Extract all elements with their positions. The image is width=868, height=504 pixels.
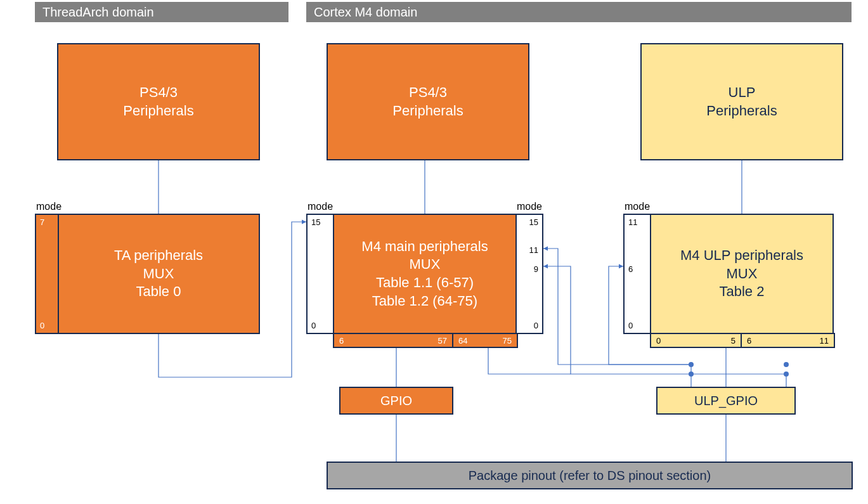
ulp-periph-line2: Peripherals (706, 102, 777, 120)
mode-label: mode (36, 201, 62, 212)
m4-mode-left-bottom: 0 (311, 321, 316, 330)
m4-range-a: 6 57 (333, 333, 453, 348)
ta-mode-bottom: 0 (40, 321, 44, 330)
ulp-range-a: 0 5 (650, 333, 742, 348)
ta-mux-block: TA peripherals MUX Table 0 (57, 214, 260, 334)
m4-range-a2: 57 (438, 336, 447, 346)
svg-point-10 (784, 362, 789, 367)
m4-mode-right-b: 11 (529, 245, 538, 255)
m4-mux-line1: M4 main peripherals (361, 238, 488, 256)
ta-mode-col: mode 7 0 (35, 214, 59, 334)
ulp-peripherals-block: ULP Peripherals (640, 43, 843, 160)
m4-ps43-peripherals-block: PS4/3 Peripherals (327, 43, 529, 160)
m4-range-b: 64 75 (453, 333, 518, 348)
ulp-periph-line1: ULP (729, 84, 756, 102)
ulp-mux-line3: Table 2 (720, 283, 765, 301)
m4-mux-line2: MUX (410, 255, 441, 274)
m4-mux-line4: Table 1.2 (64-75) (372, 292, 477, 311)
ulp-mux-line1: M4 ULP peripherals (680, 247, 803, 265)
m4-mux-line3: Table 1.1 (6-57) (376, 274, 474, 292)
ulp-gpio-label: ULP_GPIO (694, 392, 758, 409)
package-pinout-label: Package pinout (refer to DS pinout secti… (469, 467, 711, 484)
m4-mode-right-c: 9 (534, 264, 538, 274)
ta-mux-line1: TA peripherals (114, 247, 203, 265)
ulp-mode-bottom: 0 (628, 321, 633, 330)
ulp-range-b2: 11 (820, 336, 829, 346)
m4-mode-col-left: mode 15 0 (306, 214, 334, 334)
m4-mode-left-top: 15 (311, 217, 320, 227)
ulp-range-row: 0 5 6 11 (650, 333, 835, 348)
m4-range-b1: 64 (458, 336, 467, 346)
ulp-range-b1: 6 (747, 336, 751, 346)
m4-ps43-line1: PS4/3 (409, 84, 447, 102)
ulp-range-a2: 5 (731, 336, 735, 346)
m4-mode-col-right: mode 15 11 9 0 (515, 214, 543, 334)
gpio-block: GPIO (339, 387, 453, 415)
m4-range-b2: 75 (503, 336, 512, 346)
ta-mux-line2: MUX (143, 265, 174, 283)
package-pinout-block: Package pinout (refer to DS pinout secti… (327, 462, 853, 489)
ulp-range-b: 6 11 (742, 333, 835, 348)
ta-ps43-peripherals-block: PS4/3 Peripherals (57, 43, 260, 160)
ulp-gpio-block: ULP_GPIO (656, 387, 796, 415)
m4-range-row: 6 57 64 75 (333, 333, 518, 348)
gpio-label: GPIO (380, 392, 412, 409)
mode-label: mode (517, 201, 542, 212)
mode-label: mode (308, 201, 333, 212)
ulp-mode-top: 11 (628, 217, 637, 227)
ulp-mux-block: M4 ULP peripherals MUX Table 2 (650, 214, 834, 334)
m4-mode-right-bottom: 0 (534, 321, 538, 330)
cortexm4-domain-header: Cortex M4 domain (306, 2, 852, 22)
ulp-mux-line2: MUX (727, 265, 758, 283)
ta-ps43-line1: PS4/3 (139, 84, 178, 102)
m4-mode-right-a: 15 (529, 217, 538, 227)
m4-ps43-line2: Peripherals (392, 102, 463, 120)
ulp-mode-col-left: mode 11 6 0 (623, 214, 651, 334)
ta-mode-top: 7 (40, 217, 44, 227)
svg-point-7 (689, 362, 694, 367)
threadarch-domain-header: ThreadArch domain (35, 2, 288, 22)
ta-mux-line3: Table 0 (136, 283, 181, 301)
ta-ps43-line2: Peripherals (123, 102, 193, 120)
mode-label: mode (625, 201, 650, 212)
ulp-mode-mid: 6 (628, 264, 633, 274)
svg-point-9 (689, 372, 694, 377)
svg-point-8 (784, 372, 789, 377)
m4-range-a1: 6 (339, 336, 344, 346)
m4-main-mux-block: M4 main peripherals MUX Table 1.1 (6-57)… (333, 214, 517, 334)
ulp-range-a1: 0 (656, 336, 661, 346)
